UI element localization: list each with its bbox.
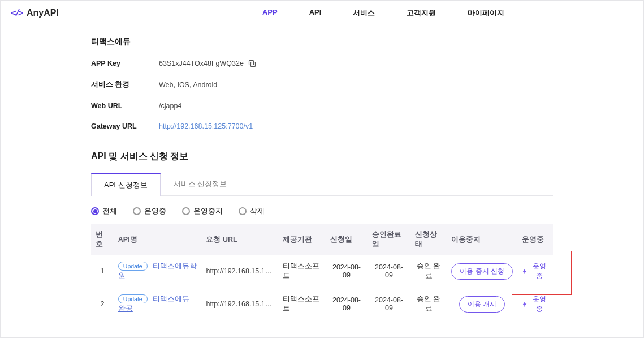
nav-service[interactable]: 서비스 xyxy=(353,8,375,18)
cell-applied: 2024-08-09 xyxy=(326,255,368,288)
value-app-key: 63S1xJ44TOx48FgWQ32e xyxy=(159,59,244,67)
cell-status: 승인 완료 xyxy=(410,255,447,288)
op-label: 운영중 xyxy=(530,262,548,281)
filter-stopped-label: 운영중지 xyxy=(193,206,223,216)
cell-applied: 2024-08-09 xyxy=(326,288,368,320)
api-table: 번호 API명 요청 URL 제공기관 신청일 승인완료일 신청상태 이용중지 … xyxy=(91,224,553,320)
brand-text: AnyAPI xyxy=(27,8,59,18)
cell-provider: 티맥스소프트 xyxy=(278,255,325,288)
bolt-icon xyxy=(522,268,528,275)
cell-url: http://192.168.15.125:7... xyxy=(206,300,274,308)
filter-all-label: 전체 xyxy=(102,206,117,216)
th-provider: 제공기관 xyxy=(278,224,325,255)
svg-rect-4 xyxy=(249,61,253,65)
cell-provider: 티맥스소프트 xyxy=(278,288,325,320)
nav-mypage[interactable]: 마이페이지 xyxy=(468,8,504,18)
label-web-url: Web URL xyxy=(91,102,159,110)
th-api-name: API명 xyxy=(114,224,202,255)
row-web-url: Web URL /cjapp4 xyxy=(91,102,553,110)
table-row: 2 Update 티맥스에듀 완공 http://192.168.15.125:… xyxy=(91,288,553,320)
cell-url: http://192.168.15.125:7... xyxy=(206,267,274,275)
th-req-url: 요청 URL xyxy=(201,224,278,255)
label-service-env: 서비스 환경 xyxy=(91,80,159,89)
op-label: 운영중 xyxy=(530,294,548,314)
nav-support[interactable]: 고객지원 xyxy=(407,8,436,18)
filter-radios: 전체 운영중 운영중지 삭제 xyxy=(91,206,553,216)
nav-api[interactable]: API xyxy=(309,8,322,18)
th-index: 번호 xyxy=(91,224,114,255)
table-row: 1 Update 티맥스에듀학원 http://192.168.15.125:7… xyxy=(91,255,553,288)
tabs: API 신청정보 서비스 신청정보 xyxy=(91,173,553,196)
label-app-key: APP Key xyxy=(91,59,159,67)
copy-icon[interactable] xyxy=(248,59,256,67)
op-status[interactable]: 운영중 xyxy=(522,294,548,314)
value-gateway-url[interactable]: http://192.168.15.125:7700/v1 xyxy=(159,122,253,130)
filter-deleted-label: 삭제 xyxy=(250,206,265,216)
nav-app[interactable]: APP xyxy=(262,8,278,18)
label-gateway-url: Gateway URL xyxy=(91,122,159,130)
cell-approved: 2024-08-09 xyxy=(368,255,410,288)
cell-approved: 2024-08-09 xyxy=(368,288,410,320)
th-stop: 이용중지 xyxy=(447,224,517,255)
update-badge: Update xyxy=(118,294,148,303)
bolt-icon xyxy=(522,301,528,307)
top-bar: < / > AnyAPI APP API 서비스 고객지원 마이페이지 xyxy=(1,1,643,25)
th-approved: 승인완료일 xyxy=(368,224,410,255)
app-name: 티맥스에듀 xyxy=(91,37,553,47)
op-status[interactable]: 운영중 xyxy=(522,262,548,281)
row-gateway-url: Gateway URL http://192.168.15.125:7700/v… xyxy=(91,122,553,130)
logo-icon: < / > xyxy=(11,7,23,19)
th-status: 신청상태 xyxy=(410,224,447,255)
value-service-env: Web, IOS, Android xyxy=(159,81,217,89)
cell-idx: 1 xyxy=(91,255,114,288)
cell-status: 승인 완료 xyxy=(410,288,447,320)
th-op: 운영중 xyxy=(517,224,553,255)
th-applied: 신청일 xyxy=(326,224,368,255)
row-app-key: APP Key 63S1xJ44TOx48FgWQ32e xyxy=(91,59,553,67)
logo: < / > AnyAPI xyxy=(11,7,59,19)
main-nav: APP API 서비스 고객지원 마이페이지 xyxy=(262,8,504,18)
update-badge: Update xyxy=(118,262,148,271)
cell-idx: 2 xyxy=(91,288,114,320)
resume-button[interactable]: 이용 개시 xyxy=(459,296,505,313)
filter-all[interactable]: 전체 xyxy=(91,206,117,216)
svg-text:>: > xyxy=(18,7,23,18)
stop-button[interactable]: 이용 중지 신청 xyxy=(451,263,513,280)
svg-rect-3 xyxy=(250,62,255,67)
filter-running[interactable]: 운영중 xyxy=(133,206,166,216)
row-service-env: 서비스 환경 Web, IOS, Android xyxy=(91,80,553,89)
filter-deleted[interactable]: 삭제 xyxy=(239,206,265,216)
filter-stopped[interactable]: 운영중지 xyxy=(182,206,223,216)
tab-api-request[interactable]: API 신청정보 xyxy=(91,173,161,196)
filter-running-label: 운영중 xyxy=(144,206,166,216)
tab-service-request[interactable]: 서비스 신청정보 xyxy=(161,173,240,195)
section-title: API 및 서비스 신청 정보 xyxy=(91,151,553,162)
value-web-url: /cjapp4 xyxy=(159,102,181,110)
